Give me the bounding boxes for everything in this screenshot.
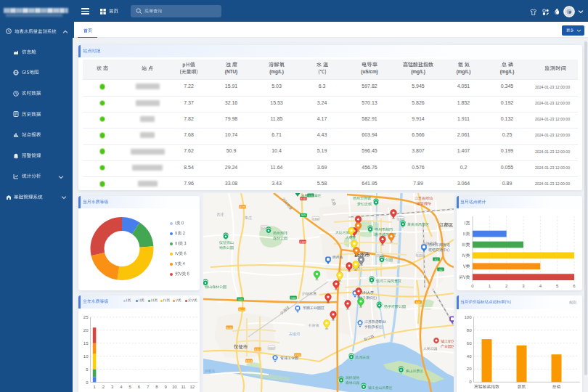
svg-text:G40: G40 [291,297,296,300]
svg-text:1: 1 [93,385,96,389]
svg-text:4: 4 [539,283,542,287]
svg-text:12: 12 [189,385,195,389]
svg-text:S353: S353 [255,348,261,351]
svg-text:S353: S353 [246,360,252,363]
svg-text:40: 40 [466,354,471,359]
svg-text:S125: S125 [240,206,245,209]
svg-text:1: 1 [488,283,491,287]
svg-text:G2: G2 [439,269,443,271]
svg-text:15: 15 [83,341,89,346]
svg-text:2: 2 [102,385,105,389]
svg-text:10: 10 [172,385,177,389]
svg-text:G345: G345 [300,241,306,244]
svg-text:G2: G2 [435,258,438,261]
svg-text:0: 0 [471,283,474,287]
svg-text:S125: S125 [226,327,232,330]
svg-text:25: 25 [83,315,89,319]
svg-text:5: 5 [556,283,559,287]
svg-text:6: 6 [138,385,141,389]
svg-text:G40: G40 [238,298,243,301]
svg-text:60: 60 [466,341,471,346]
svg-text:4: 4 [120,385,123,389]
svg-text:S125: S125 [239,309,245,311]
svg-text:2: 2 [505,283,508,287]
svg-text:3: 3 [111,385,114,389]
svg-text:X002: X002 [269,347,274,350]
svg-text:20: 20 [466,367,471,371]
svg-text:20: 20 [83,328,89,332]
svg-text:0: 0 [469,380,472,384]
svg-text:7: 7 [147,385,150,389]
svg-text:9: 9 [164,385,167,389]
svg-text:0: 0 [86,380,89,385]
svg-text:10: 10 [83,354,89,359]
svg-text:X306: X306 [398,218,404,221]
svg-text:3: 3 [522,283,525,287]
svg-text:5: 5 [128,385,131,389]
svg-text:X336: X336 [313,218,319,221]
svg-text:5: 5 [86,367,89,372]
svg-text:6: 6 [573,283,576,287]
svg-text:S49: S49 [301,214,306,217]
svg-text:8: 8 [155,385,158,389]
svg-text:K220: K220 [417,254,422,257]
svg-text:100: 100 [464,315,472,319]
svg-text:S48: S48 [416,301,420,304]
svg-text:80: 80 [466,328,471,332]
svg-text:11: 11 [181,385,186,389]
svg-text:G345: G345 [301,197,307,200]
